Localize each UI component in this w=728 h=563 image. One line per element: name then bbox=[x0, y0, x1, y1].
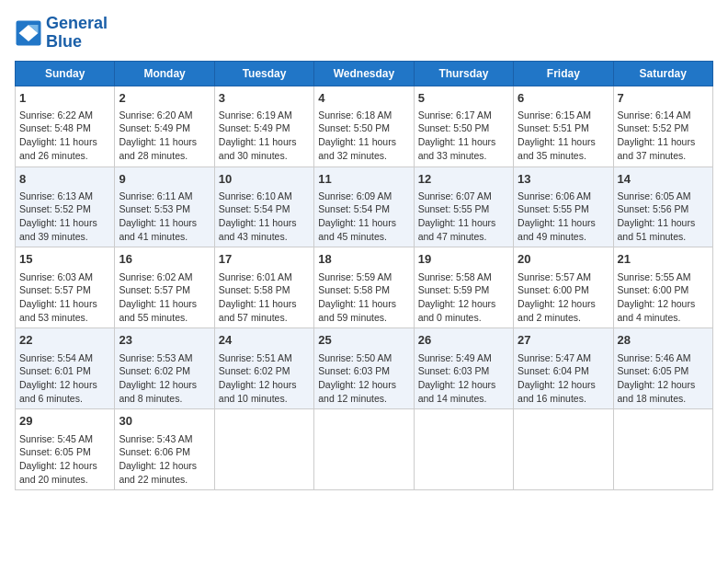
day-info: Sunset: 5:52 PM bbox=[19, 202, 110, 216]
calendar-cell: 19Sunrise: 5:58 AMSunset: 5:59 PMDayligh… bbox=[414, 247, 513, 328]
calendar-cell: 12Sunrise: 6:07 AMSunset: 5:55 PMDayligh… bbox=[414, 167, 513, 247]
day-info: Sunrise: 6:06 AM bbox=[518, 190, 609, 203]
day-info: Sunset: 5:57 PM bbox=[119, 283, 210, 297]
day-number: 26 bbox=[418, 332, 509, 349]
day-info: Daylight: 11 hours bbox=[318, 135, 409, 149]
day-number: 17 bbox=[219, 251, 310, 268]
day-info: and 47 minutes. bbox=[418, 230, 509, 244]
day-number: 13 bbox=[518, 171, 609, 188]
day-info: Daylight: 12 hours bbox=[19, 459, 110, 473]
day-info: Sunrise: 6:17 AM bbox=[418, 109, 509, 122]
day-number: 30 bbox=[119, 413, 210, 430]
day-info: Daylight: 11 hours bbox=[618, 135, 709, 149]
day-info: Sunrise: 5:58 AM bbox=[418, 270, 509, 284]
calendar-cell: 24Sunrise: 5:51 AMSunset: 6:02 PMDayligh… bbox=[214, 328, 313, 409]
day-number: 5 bbox=[418, 90, 509, 107]
weekday-header: Wednesday bbox=[314, 61, 414, 86]
day-info: Sunset: 5:55 PM bbox=[518, 202, 609, 216]
logo-text: General bbox=[46, 15, 108, 33]
day-number: 7 bbox=[618, 90, 709, 107]
day-info: and 39 minutes. bbox=[19, 230, 110, 244]
calendar-cell: 22Sunrise: 5:54 AMSunset: 6:01 PMDayligh… bbox=[16, 328, 115, 409]
day-info: Daylight: 12 hours bbox=[219, 378, 310, 392]
day-number: 4 bbox=[318, 90, 409, 107]
calendar-cell: 9Sunrise: 6:11 AMSunset: 5:53 PMDaylight… bbox=[115, 167, 214, 247]
day-number: 15 bbox=[19, 251, 110, 268]
day-info: Sunset: 6:05 PM bbox=[19, 445, 110, 459]
day-info: Daylight: 12 hours bbox=[418, 378, 509, 392]
day-info: and 30 minutes. bbox=[219, 149, 310, 163]
day-info: Sunset: 6:06 PM bbox=[119, 445, 210, 459]
logo-icon bbox=[15, 19, 42, 47]
calendar-week-row: 1Sunrise: 6:22 AMSunset: 5:48 PMDaylight… bbox=[16, 86, 713, 167]
calendar-cell: 4Sunrise: 6:18 AMSunset: 5:50 PMDaylight… bbox=[314, 86, 414, 167]
day-info: Daylight: 11 hours bbox=[119, 216, 210, 230]
calendar-week-row: 15Sunrise: 6:03 AMSunset: 5:57 PMDayligh… bbox=[16, 247, 713, 328]
calendar-table: SundayMondayTuesdayWednesdayThursdayFrid… bbox=[15, 61, 713, 491]
day-info: Sunrise: 5:51 AM bbox=[219, 351, 310, 365]
day-info: Sunrise: 6:11 AM bbox=[119, 190, 210, 203]
day-info: and 6 minutes. bbox=[19, 392, 110, 406]
calendar-cell: 18Sunrise: 5:59 AMSunset: 5:58 PMDayligh… bbox=[314, 247, 414, 328]
day-info: and 41 minutes. bbox=[119, 230, 210, 244]
weekday-header: Friday bbox=[514, 61, 613, 86]
calendar-week-row: 29Sunrise: 5:45 AMSunset: 6:05 PMDayligh… bbox=[16, 409, 713, 490]
day-info: Daylight: 12 hours bbox=[518, 297, 609, 311]
day-info: Sunrise: 5:59 AM bbox=[318, 270, 409, 284]
day-info: Sunset: 6:02 PM bbox=[119, 364, 210, 378]
day-number: 22 bbox=[19, 332, 110, 349]
day-info: Sunrise: 6:07 AM bbox=[418, 190, 509, 203]
calendar-cell: 16Sunrise: 6:02 AMSunset: 5:57 PMDayligh… bbox=[115, 247, 214, 328]
day-info: Sunset: 6:05 PM bbox=[618, 364, 709, 378]
calendar-cell bbox=[514, 409, 613, 490]
day-info: and 22 minutes. bbox=[119, 473, 210, 487]
calendar-cell: 8Sunrise: 6:13 AMSunset: 5:52 PMDaylight… bbox=[16, 167, 115, 247]
day-info: and 20 minutes. bbox=[19, 473, 110, 487]
day-info: and 59 minutes. bbox=[318, 311, 409, 325]
calendar-cell: 7Sunrise: 6:14 AMSunset: 5:52 PMDaylight… bbox=[613, 86, 712, 167]
day-info: and 10 minutes. bbox=[219, 392, 310, 406]
day-info: Sunrise: 6:15 AM bbox=[518, 109, 609, 122]
page-header: General Blue bbox=[15, 15, 713, 52]
day-info: Daylight: 12 hours bbox=[119, 459, 210, 473]
weekday-header: Sunday bbox=[16, 61, 115, 86]
day-info: and 49 minutes. bbox=[518, 230, 609, 244]
day-info: Sunset: 5:54 PM bbox=[318, 202, 409, 216]
day-info: Sunset: 6:02 PM bbox=[219, 364, 310, 378]
day-info: Sunrise: 5:49 AM bbox=[418, 351, 509, 365]
day-info: Daylight: 11 hours bbox=[318, 297, 409, 311]
weekday-header: Saturday bbox=[613, 61, 712, 86]
day-info: Daylight: 11 hours bbox=[618, 216, 709, 230]
logo: General Blue bbox=[15, 15, 108, 52]
day-info: and 12 minutes. bbox=[318, 392, 409, 406]
day-number: 3 bbox=[219, 90, 310, 107]
calendar-cell: 26Sunrise: 5:49 AMSunset: 6:03 PMDayligh… bbox=[414, 328, 513, 409]
day-info: Sunset: 5:50 PM bbox=[418, 121, 509, 135]
weekday-header: Monday bbox=[115, 61, 214, 86]
calendar-cell: 29Sunrise: 5:45 AMSunset: 6:05 PMDayligh… bbox=[16, 409, 115, 490]
day-info: Sunrise: 6:02 AM bbox=[119, 270, 210, 284]
day-number: 10 bbox=[219, 171, 310, 188]
day-info: Daylight: 11 hours bbox=[19, 216, 110, 230]
day-info: and 43 minutes. bbox=[219, 230, 310, 244]
calendar-cell: 17Sunrise: 6:01 AMSunset: 5:58 PMDayligh… bbox=[214, 247, 313, 328]
calendar-cell: 14Sunrise: 6:05 AMSunset: 5:56 PMDayligh… bbox=[613, 167, 712, 247]
day-number: 27 bbox=[518, 332, 609, 349]
day-info: and 55 minutes. bbox=[119, 311, 210, 325]
day-info: Sunrise: 6:05 AM bbox=[618, 190, 709, 203]
day-info: Sunset: 5:53 PM bbox=[119, 202, 210, 216]
calendar-cell: 20Sunrise: 5:57 AMSunset: 6:00 PMDayligh… bbox=[514, 247, 613, 328]
day-info: and 18 minutes. bbox=[618, 392, 709, 406]
day-info: Sunset: 5:55 PM bbox=[418, 202, 509, 216]
day-number: 12 bbox=[418, 171, 509, 188]
calendar-cell: 5Sunrise: 6:17 AMSunset: 5:50 PMDaylight… bbox=[414, 86, 513, 167]
calendar-cell: 30Sunrise: 5:43 AMSunset: 6:06 PMDayligh… bbox=[115, 409, 214, 490]
day-info: Sunset: 5:51 PM bbox=[518, 121, 609, 135]
day-info: and 8 minutes. bbox=[119, 392, 210, 406]
day-info: Sunset: 5:57 PM bbox=[19, 283, 110, 297]
day-info: Sunset: 6:03 PM bbox=[318, 364, 409, 378]
day-info: Sunrise: 5:53 AM bbox=[119, 351, 210, 365]
day-info: Sunset: 6:04 PM bbox=[518, 364, 609, 378]
day-info: Sunrise: 6:01 AM bbox=[219, 270, 310, 284]
day-info: Sunrise: 5:45 AM bbox=[19, 432, 110, 446]
